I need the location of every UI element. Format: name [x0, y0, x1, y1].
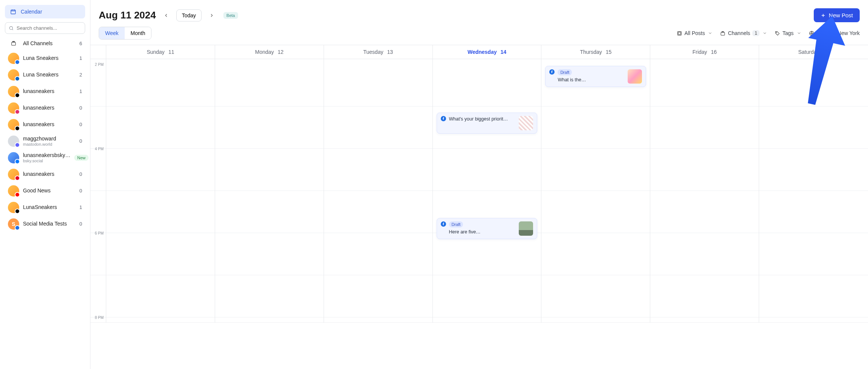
day-date: 15 [606, 49, 612, 55]
sidebar-item-channel[interactable]: lunasneakers0 [5, 116, 85, 133]
view-month-button[interactable]: Month [125, 27, 151, 39]
draft-badge: Draft [449, 221, 463, 227]
header: Aug 11 2024 Today Beta New Post [90, 0, 868, 27]
filter-channels-count: 1 [752, 30, 760, 36]
channel-subtitle: mastodon.world [23, 142, 76, 147]
sidebar-item-channel[interactable]: lunasneakers0 [5, 166, 85, 183]
channel-name: Luna Sneakers [23, 72, 76, 78]
day-column[interactable] [324, 59, 433, 323]
sidebar-item-channel[interactable]: maggzhowardmastodon.world0 [5, 133, 85, 149]
filter-all-posts[interactable]: All Posts [677, 30, 712, 36]
view-toggle: Week Month [99, 27, 151, 40]
channel-count: 0 [79, 221, 82, 227]
sidebar-item-all-channels[interactable]: All Channels 6 [5, 38, 85, 49]
channel-name: LunaSneakers [23, 204, 76, 210]
sidebar-item-channel[interactable]: lunasneakers1 [5, 83, 85, 100]
filter-tags-label: Tags [782, 30, 794, 36]
day-header[interactable]: Saturday17 [759, 45, 868, 59]
channel-count: 1 [79, 55, 82, 61]
next-week-button[interactable] [206, 10, 217, 21]
sidebar-item-channel[interactable]: LunaSneakers1 [5, 199, 85, 216]
day-column[interactable] [650, 59, 759, 323]
filter-tags[interactable]: Tags [775, 30, 801, 36]
svg-point-1 [9, 26, 12, 29]
day-header[interactable]: Tuesday13 [324, 45, 433, 59]
svg-rect-4 [678, 32, 680, 34]
sidebar-item-channel[interactable]: Luna Sneakers2 [5, 67, 85, 83]
chevron-down-icon [763, 31, 767, 35]
avatar [8, 53, 19, 64]
day-column[interactable]: What's your biggest priorit…DraftHere ar… [433, 59, 542, 323]
event-body: DraftWhat is the… [558, 69, 625, 83]
day-header[interactable]: Friday16 [650, 45, 759, 59]
channel-subtitle: bsky.social [23, 159, 70, 163]
day-column[interactable] [106, 59, 215, 323]
day-date: 12 [278, 49, 284, 55]
avatar [8, 102, 19, 114]
search-icon [9, 26, 14, 31]
tag-icon [775, 30, 780, 36]
channel-name: lunasneakers [23, 171, 76, 177]
sidebar-item-channel[interactable]: lunasneakersbsky…bsky.socialNew [5, 149, 85, 166]
today-button[interactable]: Today [176, 9, 202, 21]
svg-rect-0 [11, 10, 15, 14]
sidebar-item-channel[interactable]: lunasneakers0 [5, 100, 85, 116]
channel-count: 0 [79, 138, 82, 144]
sidebar-item-channel[interactable]: Good News0 [5, 183, 85, 199]
page-title: Aug 11 2024 [99, 9, 156, 21]
day-header[interactable]: Sunday11 [106, 45, 215, 59]
channel-count: 0 [79, 105, 82, 111]
day-header[interactable]: Thursday15 [541, 45, 650, 59]
calendar-event[interactable]: DraftHere are five… [437, 218, 538, 239]
threads-icon [15, 93, 20, 98]
calendar-event[interactable]: DraftWhat is the… [545, 66, 646, 87]
svg-rect-2 [12, 43, 16, 46]
avatar: S [8, 218, 19, 230]
channels-icon [720, 30, 726, 36]
day-date: 13 [387, 49, 393, 55]
new-badge: New [74, 155, 89, 161]
day-header[interactable]: Monday12 [215, 45, 324, 59]
channel-list: All Channels 6 Luna Sneakers1Luna Sneake… [5, 38, 85, 232]
avatar [8, 136, 19, 147]
hour-label: 8 PM [95, 316, 104, 320]
day-column[interactable] [215, 59, 324, 323]
avatar [8, 69, 19, 81]
avatar [8, 86, 19, 97]
facebook-icon [441, 221, 446, 227]
day-column[interactable] [759, 59, 868, 323]
sidebar-item-channel[interactable]: SSocial Media Tests0 [5, 216, 85, 232]
channel-name: lunasneakers [23, 105, 76, 111]
posts-icon [677, 30, 682, 36]
event-text: Here are five… [449, 229, 481, 235]
avatar [8, 169, 19, 180]
search-input[interactable] [5, 22, 85, 34]
filter-channels-label: Channels [728, 30, 750, 36]
channel-name: lunasneakersbsky… [23, 152, 70, 159]
channel-count: 1 [79, 204, 82, 210]
sidebar-item-channel[interactable]: Luna Sneakers1 [5, 50, 85, 67]
day-column[interactable]: DraftWhat is the… [541, 59, 650, 323]
channel-name: Good News [23, 188, 76, 194]
day-date: 11 [168, 49, 174, 55]
prev-week-button[interactable] [160, 10, 172, 21]
channel-count: 0 [79, 122, 82, 127]
sidebar-calendar-label: Calendar [21, 9, 42, 15]
calendar-body[interactable]: 2 PM4 PM6 PM8 PM What's your biggest pri… [90, 59, 868, 369]
timezone-selector[interactable]: America/New York [809, 30, 860, 36]
event-thumbnail [628, 69, 642, 84]
filter-channels[interactable]: Channels 1 [720, 30, 767, 36]
channel-name: maggzhoward [23, 136, 76, 142]
event-thumbnail [519, 116, 533, 130]
sidebar-calendar-button[interactable]: Calendar [5, 5, 85, 18]
draft-badge: Draft [558, 69, 572, 75]
channel-count: 0 [79, 188, 82, 194]
calendar-event[interactable]: What's your biggest priorit… [437, 113, 538, 134]
search-wrap [5, 22, 85, 34]
day-name: Monday [255, 49, 274, 55]
event-text: What is the… [558, 77, 586, 82]
new-post-button[interactable]: New Post [814, 8, 860, 22]
day-name: Wednesday [468, 49, 497, 55]
day-header[interactable]: Wednesday14 [433, 45, 542, 59]
view-week-button[interactable]: Week [99, 27, 125, 39]
